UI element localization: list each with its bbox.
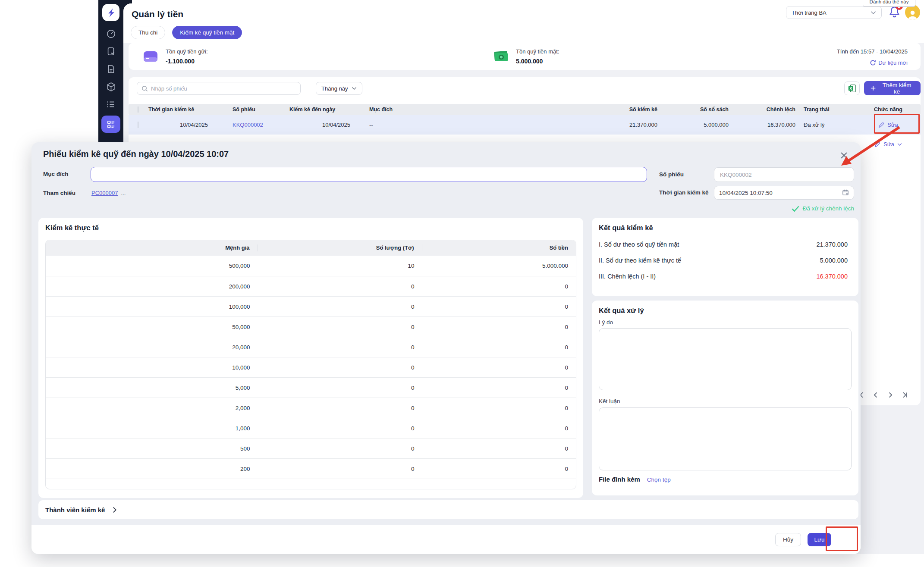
table-row[interactable]: 10/04/2025 KKQ000002 10/04/2025 -- 21.37… (129, 115, 921, 135)
denomination-row: 20,00000 (46, 337, 576, 357)
cash-icon (492, 47, 510, 65)
tab-thu-chi[interactable]: Thu chi (131, 26, 165, 39)
denomination-cell: 5,000 (46, 385, 258, 391)
tooltip: Đánh dấu thẻ này (863, 0, 915, 7)
denomination-cell: 500 (46, 445, 258, 452)
denomination-cell: 0 (258, 364, 422, 371)
denomination-cell: 0 (258, 466, 422, 472)
row-edit-button[interactable]: Sửa (856, 122, 921, 128)
result-item: II. Số dư theo kiểm kê thực tế 5.000.000 (599, 257, 848, 264)
reference-more[interactable]: ... (121, 190, 126, 196)
cash-form-icon (106, 119, 116, 129)
denomination-row: 100,00000 (46, 296, 576, 316)
search-input[interactable] (151, 85, 296, 92)
col-muc-dich: Mục đích (368, 107, 597, 113)
list-header-row: Thời gian kiểm kê Số phiếu Kiểm kê đến n… (129, 104, 921, 115)
last-page-button[interactable] (901, 391, 908, 398)
avatar[interactable] (905, 5, 920, 20)
sidebar-item-cash-management-active[interactable] (101, 116, 120, 133)
pagination (857, 391, 908, 398)
sidebar-item-list[interactable] (106, 99, 116, 110)
reference-link[interactable]: PC000007 (91, 190, 118, 196)
row-status: Đã xử lý (802, 122, 856, 128)
document-icon (106, 64, 116, 74)
choose-file-link[interactable]: Chọn tệp (647, 476, 671, 483)
denomination-cell: 0 (422, 466, 576, 472)
logo-bolt-icon (105, 7, 116, 18)
cash-value: 5.000.000 (516, 58, 559, 65)
row-diff: 16.370.000 (742, 122, 802, 128)
inventory-result-title: Kết quả kiểm kê (599, 224, 653, 232)
pencil-icon (878, 122, 884, 128)
sidebar-item-documents[interactable] (106, 64, 116, 74)
business-selector[interactable]: Thời trang BA (786, 6, 882, 19)
time-label: Thời gian kiểm kê (659, 189, 709, 196)
cube-icon (106, 82, 116, 92)
export-excel-button[interactable] (844, 81, 860, 95)
gauge-icon (106, 29, 116, 39)
credit-card-icon (141, 47, 160, 66)
col-so-kiem-ke: Số kiểm kê (597, 107, 670, 113)
result-item-value: 21.370.000 (816, 241, 848, 248)
prev-page-button[interactable] (872, 391, 879, 398)
sidebar-item-dashboard[interactable] (106, 28, 116, 39)
denomination-row: 500,000105.000.000 (46, 256, 576, 276)
col-chuc-nang: Chức năng (856, 107, 921, 113)
business-selector-value: Thời trang BA (792, 9, 827, 16)
actual-inventory-title: Kiểm kê thực tế (45, 224, 99, 232)
denomination-cell: 0 (258, 344, 422, 351)
sidebar-item-products[interactable] (106, 81, 116, 92)
close-icon[interactable] (839, 151, 848, 160)
add-inventory-label: Thêm kiểm kê (880, 82, 914, 95)
row-checkbox[interactable] (138, 122, 138, 128)
col-so-tien: Số tiền (422, 244, 576, 251)
period-filter[interactable]: Tháng này (316, 82, 362, 95)
conclusion-textarea[interactable] (599, 407, 852, 470)
select-all-checkbox[interactable] (138, 107, 138, 113)
calendar-icon[interactable] (842, 189, 849, 197)
code-input[interactable] (714, 167, 854, 182)
app-logo[interactable] (102, 4, 119, 21)
modal-title: Phiếu kiểm kê quỹ đến ngày 10/04/2025 10… (43, 149, 229, 159)
denomination-cell: 1,000 (46, 425, 258, 432)
denomination-cell: 200,000 (46, 283, 258, 290)
refresh-data-link[interactable]: Dữ liệu mới (870, 60, 908, 66)
purpose-input[interactable] (91, 167, 647, 182)
members-label: Thành viên kiểm kê (45, 506, 105, 514)
time-input[interactable]: 10/04/2025 10:07:50 (714, 186, 854, 200)
tooltip-text: Đánh dấu thẻ này (870, 0, 909, 4)
denomination-cell: 0 (258, 283, 422, 290)
denomination-cell: 0 (258, 385, 422, 391)
chevron-down-icon (897, 143, 902, 146)
sidebar-item-orders[interactable] (106, 46, 116, 56)
reason-label: Lý do (599, 319, 613, 326)
refresh-icon (870, 60, 876, 66)
cancel-button[interactable]: Hủy (775, 533, 801, 546)
next-page-button[interactable] (886, 391, 894, 398)
search-icon (141, 85, 148, 92)
col-so-phieu: Số phiếu (227, 107, 288, 113)
chevron-right-icon (113, 507, 117, 513)
status-processed-label: Đã xử lý chênh lệch (803, 205, 854, 212)
denomination-table: Mệnh giá Số lượng (Tờ) Số tiền 500,00010… (45, 240, 576, 489)
inventory-detail-modal: Phiếu kiểm kê quỹ đến ngày 10/04/2025 10… (31, 142, 861, 554)
deposit-value: -1.100.000 (166, 58, 208, 65)
members-panel[interactable]: Thành viên kiểm kê (38, 500, 858, 519)
reason-textarea[interactable] (599, 328, 852, 390)
add-inventory-button[interactable]: Thêm kiểm kê (864, 81, 921, 95)
denomination-cell: 0 (258, 405, 422, 411)
denomination-cell: 10,000 (46, 364, 258, 371)
tab-kiem-ke-quy-tien-mat[interactable]: Kiểm kê quỹ tiền mặt (172, 26, 242, 39)
reference-row: PC000007 ... (91, 190, 126, 196)
result-item: III. Chênh lệch (I - II) 16.370.000 (599, 273, 848, 280)
denomination-cell: 5.000.000 (422, 263, 576, 269)
save-button[interactable]: Lưu (808, 533, 831, 546)
denomination-row: 50,00000 (46, 316, 576, 337)
denomination-cell: 500,000 (46, 263, 258, 269)
row-code-link[interactable]: KKQ000002 (227, 122, 288, 128)
col-so-so-sach: Số sổ sách (670, 107, 742, 113)
denomination-cell: 0 (422, 425, 576, 432)
code-label: Số phiếu (659, 171, 684, 178)
reference-label: Tham chiếu (43, 190, 75, 196)
row-edit-dropdown-button[interactable]: Sửa (856, 141, 921, 147)
